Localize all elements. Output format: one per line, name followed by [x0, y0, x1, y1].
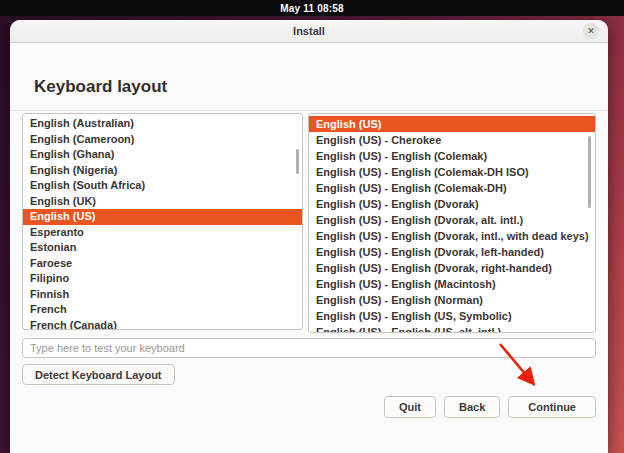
list-item[interactable]: English (US) - English (Colemak-DH): [309, 180, 595, 196]
keyboard-test-input[interactable]: [22, 338, 596, 358]
list-item[interactable]: Filipino: [23, 271, 302, 287]
list-item[interactable]: French: [23, 302, 302, 318]
list-item[interactable]: English (US) - English (Dvorak, right-ha…: [309, 260, 595, 276]
list-item[interactable]: English (US) - Cherokee: [309, 132, 595, 148]
list-item[interactable]: English (US): [23, 209, 302, 225]
list-item[interactable]: English (US) - English (Dvorak): [309, 196, 595, 212]
list-item[interactable]: English (UK): [23, 194, 302, 210]
list-item[interactable]: English (Nigeria): [23, 163, 302, 179]
continue-button[interactable]: Continue: [508, 396, 596, 418]
clock-label: May 11 08:58: [280, 3, 344, 14]
desktop: May 11 08:58 Install ✕ Keyboard layout C…: [0, 0, 624, 453]
install-window: Install ✕ Keyboard layout Choose your ke…: [10, 20, 608, 453]
list-item[interactable]: English (US) - English (Dvorak, left-han…: [309, 244, 595, 260]
list-item[interactable]: Faroese: [23, 256, 302, 272]
list-item[interactable]: English (Ghana): [23, 147, 302, 163]
window-title: Install: [293, 25, 325, 37]
back-button[interactable]: Back: [444, 396, 500, 418]
system-top-bar[interactable]: May 11 08:58: [0, 0, 624, 16]
list-item[interactable]: Finnish: [23, 287, 302, 303]
list-item[interactable]: English (US) - English (Norman): [309, 292, 595, 308]
keyboard-layout-list[interactable]: English (Australian)English (Cameroon)En…: [22, 113, 303, 330]
keyboard-variant-list[interactable]: English (US)English (US) - CherokeeEngli…: [308, 113, 596, 333]
close-icon[interactable]: ✕: [583, 23, 599, 39]
list-item[interactable]: English (US) - English (US, alt. intl.): [309, 324, 595, 333]
list-item[interactable]: English (US) - English (Colemak-DH ISO): [309, 164, 595, 180]
list-item[interactable]: Esperanto: [23, 225, 302, 241]
list-item[interactable]: English (US) - English (US, Symbolic): [309, 308, 595, 324]
list-item[interactable]: French (Canada): [23, 318, 302, 331]
page-title: Keyboard layout: [34, 77, 167, 97]
window-titlebar[interactable]: Install ✕: [10, 20, 608, 43]
list-item[interactable]: English (Cameroon): [23, 132, 302, 148]
list-item[interactable]: English (US) - English (Macintosh): [309, 276, 595, 292]
list-item[interactable]: English (US) - English (Colemak): [309, 148, 595, 164]
quit-button[interactable]: Quit: [384, 396, 436, 418]
footer-buttons: Quit Back Continue: [384, 396, 596, 418]
list-item[interactable]: English (US): [309, 116, 595, 132]
list-item[interactable]: Estonian: [23, 240, 302, 256]
header-divider: [10, 110, 608, 111]
left-list-scrollbar[interactable]: [296, 149, 299, 174]
list-item[interactable]: English (Australian): [23, 116, 302, 132]
detect-keyboard-layout-button[interactable]: Detect Keyboard Layout: [22, 364, 175, 385]
right-list-scrollbar[interactable]: [588, 136, 591, 208]
list-item[interactable]: English (US) - English (Dvorak, intl., w…: [309, 228, 595, 244]
list-item[interactable]: English (South Africa): [23, 178, 302, 194]
list-item[interactable]: English (US) - English (Dvorak, alt. int…: [309, 212, 595, 228]
